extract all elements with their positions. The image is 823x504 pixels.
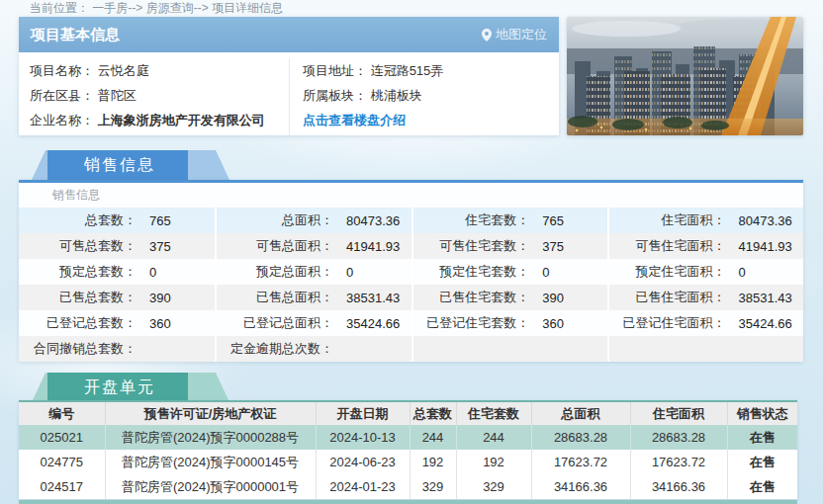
status-badge: 在售 [727,450,797,474]
project-info-body: 项目名称： 云悦名庭 所在区县： 普陀区 企业名称： 上海象浙房地产开发有限公司… [19,52,559,135]
sales-row-total: 总套数：765 总面积：80473.36 住宅套数：765 住宅面积：80473… [19,208,803,233]
sales-field-label: 总套数： [19,211,137,229]
field-district: 所在区县： 普陀区 [19,83,289,108]
project-photo [567,17,803,135]
project-info-title: 项目基本信息 [31,17,120,52]
sales-field: 可售总面积：41941.93 [215,233,411,259]
cell-total-area: 17623.72 [531,450,630,474]
field-label: 所属板块： [303,88,367,103]
sales-field: 定金逾期总次数： [215,336,411,362]
sales-field-value: 765 [529,213,564,228]
cell-license: 普陀房管(2024)预字0000001号 [105,474,316,499]
sales-field: 已登记总套数：360 [19,310,215,336]
col-residential-units: 住宅套数 [456,401,531,425]
sales-field-value: 0 [529,265,549,280]
field-intro: 点击查看楼盘介绍 [290,108,559,132]
sales-field-value: 80473.36 [333,213,400,228]
project-info-left-column: 项目名称： 云悦名庭 所在区县： 普陀区 企业名称： 上海象浙房地产开发有限公司 [19,58,289,135]
field-label: 所在区县： [30,88,94,103]
sales-field-value: 360 [137,316,171,331]
col-sale-status: 销售状态 [727,401,797,425]
sales-field: 已登记住宅面积：35424.66 [607,310,803,336]
sales-field-label: 预定住宅套数： [413,263,530,281]
field-value: 云悦名庭 [98,63,149,78]
cell-residential-area: 28683.28 [630,425,727,450]
project-info-panel: 项目基本信息 地图定位 项目名称： 云悦名庭 所在区县： 普陀区 [19,17,559,135]
sales-field [412,336,607,362]
field-value: 桃浦板块 [371,88,422,103]
sales-field-label: 已登记住宅套数： [413,314,530,332]
sales-row-available: 可售总套数：375 可售总面积：41941.93 可售住宅套数：375 可售住宅… [19,233,803,259]
sales-field: 已售总面积：38531.43 [215,285,411,310]
sales-field-value: 375 [137,239,171,254]
sales-field-value: 41941.93 [726,239,792,254]
sales-field: 已售总套数：390 [19,285,215,310]
sales-field-label: 定金逾期总次数： [217,340,333,358]
field-developer: 企业名称： 上海象浙房地产开发有限公司 [19,108,289,132]
cityscape-image [567,17,803,135]
opening-unit-row[interactable]: 024775 普陀房管(2024)预字0000145号 2024-06-23 1… [19,450,797,474]
opening-units-table: 编号 预售许可证/房地产权证 开盘日期 总套数 住宅套数 总面积 住宅面积 销售… [19,400,797,499]
sales-field-value: 0 [137,265,156,280]
sales-field-value: 41941.93 [333,239,400,254]
opening-unit-row[interactable]: 024517 普陀房管(2024)预字0000001号 2024-01-23 3… [19,474,797,499]
building-intro-link[interactable]: 点击查看楼盘介绍 [303,113,406,127]
sales-field: 可售住宅面积：41941.93 [607,233,803,259]
sales-field-label: 已售总面积： [217,289,333,306]
status-badge: 在售 [727,425,797,450]
sales-field: 可售住宅套数：375 [412,233,607,259]
sales-field-label: 住宅套数： [413,211,530,229]
map-locate-link[interactable]: 地图定位 [482,17,547,52]
sales-field-label: 可售总套数： [19,237,137,255]
field-label: 企业名称： [30,113,94,127]
sales-field-value: 0 [726,265,746,280]
sales-field-label: 已售住宅套数： [413,289,530,306]
project-info-right-column: 项目地址： 连冠路515弄 所属板块： 桃浦板块 点击查看楼盘介绍 [289,58,559,135]
sales-field: 总套数：765 [19,208,215,233]
cell-open-date: 2024-01-23 [316,474,410,499]
sales-field-label: 已售总套数： [19,289,137,306]
cell-total-units: 329 [410,474,456,499]
sales-field: 预定住宅面积：0 [607,259,803,285]
sales-row-sold: 已售总套数：390 已售总面积：38531.43 已售住宅套数：390 已售住宅… [19,285,803,310]
sales-info-panel: 销售信息 总套数：765 总面积：80473.36 住宅套数：765 住宅面积：… [19,180,803,362]
field-project-name: 项目名称： 云悦名庭 [19,58,289,83]
cell-residential-units: 244 [456,425,531,450]
sales-field-label: 总面积： [217,211,333,229]
map-locate-label: 地图定位 [496,17,547,52]
field-value: 连冠路515弄 [371,63,444,78]
col-serial: 编号 [19,401,105,425]
field-label: 项目地址： [303,63,367,78]
cell-serial: 024775 [19,450,105,474]
col-open-date: 开盘日期 [316,401,410,425]
sales-row-registered: 已登记总套数：360 已登记总面积：35424.66 已登记住宅套数：360 已… [19,310,803,336]
sales-field-value: 360 [529,316,564,331]
cell-residential-units: 192 [456,450,531,474]
sales-row-reserved: 预定总套数：0 预定总面积：0 预定住宅套数：0 预定住宅面积：0 [19,259,803,285]
next-row-partial-strip [19,500,797,504]
sales-field-value: 0 [333,265,353,280]
sales-field-label: 预定住宅面积： [609,263,726,281]
field-plate: 所属板块： 桃浦板块 [290,83,559,108]
sales-field: 已登记总面积：35424.66 [215,310,411,336]
field-address: 项目地址： 连冠路515弄 [290,58,559,83]
sales-field-label: 预定总面积： [217,263,333,281]
sales-row-cancelled: 合同撤销总套数： 定金逾期总次数： [19,336,803,362]
status-badge: 在售 [727,474,797,499]
sales-field-label: 已售住宅面积： [609,289,726,306]
sales-field-label: 合同撤销总套数： [19,340,137,358]
sales-field: 住宅套数：765 [412,208,607,233]
sales-field: 已售住宅面积：38531.43 [607,285,803,310]
map-pin-icon [482,29,492,42]
cell-serial: 024517 [19,474,105,499]
tab-sales-info-label: 销售信息 [84,156,155,173]
sales-field: 已登记住宅套数：360 [412,310,607,336]
developer-link[interactable]: 上海象浙房地产开发有限公司 [98,113,265,127]
sales-field-label: 已登记总面积： [217,314,333,332]
col-total-area: 总面积 [531,401,630,425]
sales-field-value: 390 [137,291,171,305]
cell-residential-area: 17623.72 [630,450,727,474]
col-total-units: 总套数 [410,401,456,425]
sales-field: 预定总面积：0 [215,259,411,285]
opening-unit-row[interactable]: 025021 普陀房管(2024)预字0000288号 2024-10-13 2… [19,425,797,450]
